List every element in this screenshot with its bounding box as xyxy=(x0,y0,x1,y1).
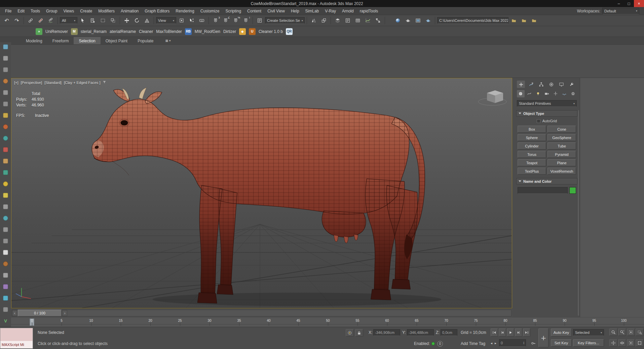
left-toolbar-icon-6[interactable] xyxy=(3,101,8,106)
current-frame-field[interactable]: 0 ▴▾ xyxy=(499,339,526,347)
rb-roofgen-icon[interactable]: RB xyxy=(185,28,192,35)
spinner-down-icon[interactable]: ▾ xyxy=(523,343,524,345)
viewport-shading-menu[interactable]: [Clay + Edged Faces ] xyxy=(64,81,101,85)
maximize-viewport-icon[interactable] xyxy=(636,339,644,347)
left-toolbar-icon-24[interactable] xyxy=(3,307,8,312)
menu-file[interactable]: File xyxy=(2,7,14,15)
window-crossing-icon[interactable] xyxy=(108,16,118,25)
primitive-pyramid-button[interactable]: Pyramid xyxy=(547,151,576,158)
toggle-ribbon-icon[interactable] xyxy=(353,16,363,25)
left-toolbar-icon-14[interactable] xyxy=(3,193,8,198)
ribbon-tab-populate[interactable]: Populate xyxy=(132,37,158,44)
left-toolbar-icon-11[interactable] xyxy=(3,159,8,164)
y-coordinate-field[interactable]: -346,488cm xyxy=(407,329,434,336)
select-and-rotate-icon[interactable] xyxy=(132,16,142,25)
command-panel-scrollbar[interactable] xyxy=(578,110,579,316)
selection-region-icon[interactable] xyxy=(98,16,108,25)
angle-snap-icon[interactable]: ∠ xyxy=(221,16,230,25)
menu-animation[interactable]: Animation xyxy=(118,7,142,15)
bind-to-space-warp-icon[interactable] xyxy=(46,16,55,25)
orbit-view-icon[interactable] xyxy=(618,339,626,347)
toggle-scene-explorer-icon[interactable] xyxy=(333,16,342,25)
autogrid-checkbox[interactable] xyxy=(537,119,540,123)
left-toolbar-icon-10[interactable] xyxy=(3,147,8,152)
keyboard-shortcut-override-icon[interactable] xyxy=(197,16,206,25)
key-filters-button[interactable]: Key Filters... xyxy=(573,339,604,347)
auto-key-button[interactable]: Auto Key xyxy=(551,329,572,337)
primitive-sphere-button[interactable]: Sphere xyxy=(518,134,546,141)
selection-set-key-combo[interactable]: Selected ▾ xyxy=(573,329,604,336)
maxscript-mini-listener[interactable]: MAXScript Mi xyxy=(0,328,33,349)
menu-arnold[interactable]: Arnold xyxy=(339,7,357,15)
panel-tab-motion[interactable] xyxy=(547,81,555,88)
primitive-tube-button[interactable]: Tube xyxy=(547,142,576,149)
zoom-all-icon[interactable] xyxy=(618,329,626,336)
plugin-dirtizer-button[interactable]: Dirtizer xyxy=(223,29,236,34)
edit-named-selection-sets-icon[interactable] xyxy=(255,16,264,25)
project-path-combo[interactable]: C:\Users\Ceren\Documents\3ds Max 2022▾ xyxy=(437,17,508,24)
mirror-icon[interactable] xyxy=(309,16,318,25)
yellow-tool-icon[interactable]: ◆ xyxy=(239,28,246,35)
select-and-scale-icon[interactable] xyxy=(142,16,152,25)
left-toolbar-icon-8[interactable] xyxy=(3,124,8,129)
save-to-folder-icon[interactable] xyxy=(529,16,539,25)
menu-modifiers[interactable]: Modifiers xyxy=(95,7,118,15)
z-coordinate-field[interactable]: 0,0cm xyxy=(441,329,457,336)
select-and-move-icon[interactable] xyxy=(122,16,131,25)
time-slider-handle[interactable]: 0 / 100 xyxy=(18,310,62,316)
menu-civil-view[interactable]: Civil View xyxy=(264,7,288,15)
add-time-tag[interactable]: Add Time Tag xyxy=(461,341,485,346)
left-toolbar-icon-17[interactable] xyxy=(3,227,8,232)
toggle-layer-explorer-icon[interactable] xyxy=(343,16,352,25)
left-toolbar-icon-22[interactable] xyxy=(3,284,8,289)
menu-scripting[interactable]: Scripting xyxy=(222,7,244,15)
panel-tab-modify[interactable] xyxy=(527,81,535,88)
select-and-manipulate-icon[interactable] xyxy=(187,16,196,25)
reference-coordinate-combo[interactable]: View▾ xyxy=(156,17,176,24)
named-selection-sets-combo[interactable]: Create Selection Se▾ xyxy=(265,17,305,24)
left-toolbar-icon-1[interactable] xyxy=(3,44,8,49)
primitive-geosphere-button[interactable]: GeoSphere xyxy=(547,134,576,141)
category-lights-icon[interactable] xyxy=(534,90,542,97)
menu-content[interactable]: Content xyxy=(244,7,264,15)
left-toolbar-icon-12[interactable] xyxy=(3,170,8,175)
percent-snap-icon[interactable]: % xyxy=(231,16,240,25)
select-and-link-icon[interactable] xyxy=(26,16,35,25)
viewport-renderer-menu[interactable]: [Standard] xyxy=(44,81,62,85)
align-icon[interactable] xyxy=(319,16,329,25)
left-toolbar-icon-7[interactable] xyxy=(3,113,8,118)
category-helpers-icon[interactable] xyxy=(552,90,559,97)
primitive-teapot-button[interactable]: Teapot xyxy=(518,159,546,166)
unlink-selection-icon[interactable] xyxy=(36,16,45,25)
primitive-cone-button[interactable]: Cone xyxy=(547,126,576,133)
primitive-cylinder-button[interactable]: Cylinder xyxy=(518,142,546,149)
menu-views[interactable]: Views xyxy=(60,7,77,15)
panel-tab-display[interactable] xyxy=(557,81,565,88)
object-color-swatch[interactable] xyxy=(569,187,576,194)
left-toolbar-icon-16[interactable] xyxy=(3,216,8,221)
left-toolbar-icon-13[interactable] xyxy=(3,181,8,186)
zoom-icon[interactable] xyxy=(609,329,617,336)
render-setup-icon[interactable] xyxy=(403,16,413,25)
category-geometry-icon[interactable] xyxy=(517,90,525,97)
left-toolbar-icon-23[interactable] xyxy=(3,296,8,301)
ribbon-overflow-button[interactable]: ▦ ▾ xyxy=(163,37,174,44)
go-to-start-button[interactable] xyxy=(491,329,498,337)
vray-toolbar-icon[interactable]: V xyxy=(4,318,7,323)
primitive-voxelremesh-button[interactable]: VoxelRemesh xyxy=(547,168,576,175)
primitive-textplus-button[interactable]: TextPlus xyxy=(518,168,546,175)
key-mode-toggle-icon[interactable] xyxy=(529,340,537,347)
select-by-name-icon[interactable] xyxy=(88,16,98,25)
qr-tool-icon[interactable]: QR xyxy=(286,28,293,35)
next-key-icon[interactable]: ▸ xyxy=(495,341,496,345)
viewport-general-menu[interactable]: [+] xyxy=(14,81,18,85)
panel-tab-hierarchy[interactable] xyxy=(537,81,545,88)
menu-tools[interactable]: Tools xyxy=(28,7,43,15)
go-to-end-button[interactable] xyxy=(523,329,530,337)
category-shapes-icon[interactable] xyxy=(526,90,533,97)
asset-library-icon[interactable] xyxy=(519,16,529,25)
menu-customize[interactable]: Customize xyxy=(197,7,223,15)
workspace-combo[interactable]: Default ▾ xyxy=(602,8,639,14)
plugin-sterial-renam-button[interactable]: sterial_Renam xyxy=(81,29,107,34)
curve-editor-icon[interactable] xyxy=(363,16,373,25)
